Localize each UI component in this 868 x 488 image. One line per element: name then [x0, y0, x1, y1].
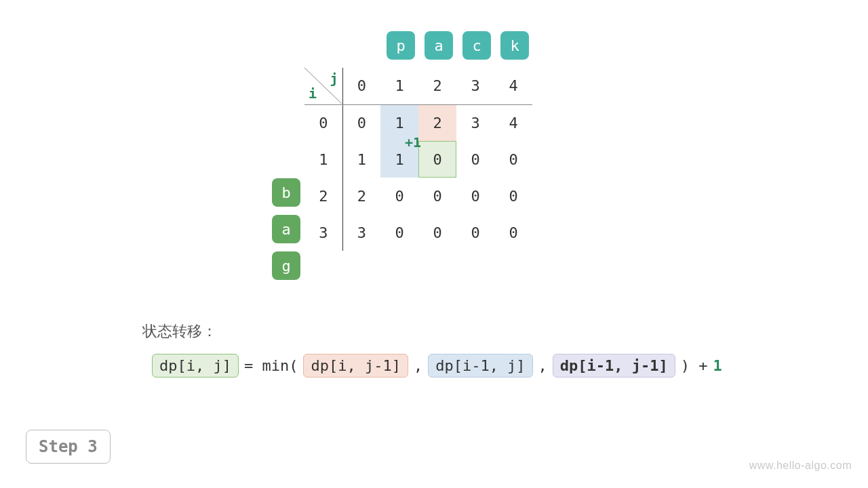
source-char-b: b	[272, 178, 300, 207]
col-header: 3	[456, 68, 494, 104]
dp-cell: 3	[342, 214, 380, 251]
transition-formula: dp[i, j] = min( dp[i, j-1] , dp[i-1, j] …	[152, 354, 722, 378]
step-indicator: Step 3	[26, 430, 111, 464]
table-row: 3 3 0 0 0 0	[304, 214, 532, 251]
dp-cell: 0	[380, 214, 418, 251]
table-row: 2 2 0 0 0 0	[304, 178, 532, 214]
dp-cell: 0	[380, 178, 418, 214]
col-header: 4	[494, 68, 532, 104]
dp-cell: 2	[342, 178, 380, 214]
dp-cell: 0	[494, 141, 532, 178]
section-heading: 状态转移：	[142, 321, 217, 342]
dp-table: i j 0 1 2 3 4 0 0 1 2 3 4 1 1 1 0 0 0 2 …	[304, 68, 532, 251]
formula-term-a: dp[i, j-1]	[303, 354, 408, 378]
source-char-a: a	[272, 215, 300, 243]
watermark: www.hello-algo.com	[749, 460, 852, 472]
target-char-k: k	[500, 31, 529, 60]
dp-cell: 3	[456, 104, 494, 141]
dp-cell: 0	[456, 178, 494, 214]
row-header: 0	[304, 104, 342, 141]
axis-i-label: i	[309, 85, 317, 102]
row-header: 1	[304, 141, 342, 178]
dp-cell: 1	[380, 104, 418, 141]
dp-cell: 0	[494, 178, 532, 214]
header-row: i j 0 1 2 3 4	[304, 68, 532, 104]
target-char-a: a	[425, 31, 453, 60]
table-row: 1 1 1 0 0 0	[304, 141, 532, 178]
formula-term-c: dp[i-1, j-1]	[553, 354, 675, 378]
dp-cell: 0	[418, 214, 456, 251]
dp-cell: 2	[418, 104, 456, 141]
dp-cell: 0	[494, 214, 532, 251]
row-header: 3	[304, 214, 342, 251]
col-header: 0	[342, 68, 380, 104]
dp-cell: 0	[456, 214, 494, 251]
formula-plus-one: 1	[713, 357, 722, 374]
dp-cell: 0	[342, 104, 380, 141]
col-header: 2	[418, 68, 456, 104]
col-header: 1	[380, 68, 418, 104]
axis-j-label: j	[330, 70, 338, 87]
target-char-c: c	[462, 31, 491, 60]
dp-cell: 0	[456, 141, 494, 178]
formula-text: ,	[414, 357, 422, 374]
source-char-g: g	[272, 251, 300, 280]
formula-text: = min(	[244, 357, 298, 374]
dp-cell: 4	[494, 104, 532, 141]
formula-term-b: dp[i-1, j]	[428, 354, 532, 378]
diagram-stage: p a c k b a g +1 i j 0 1 2 3 4 0 0	[0, 0, 868, 488]
target-char-p: p	[387, 31, 415, 60]
formula-text: ,	[538, 357, 547, 374]
dp-cell: 0	[418, 141, 456, 178]
row-header: 2	[304, 178, 342, 214]
dp-cell: 0	[418, 178, 456, 214]
corner-cell: i j	[304, 68, 342, 104]
formula-text: ) +	[681, 357, 708, 374]
dp-cell: 1	[342, 141, 380, 178]
dp-cell: 1	[380, 141, 418, 178]
table-row: 0 0 1 2 3 4	[304, 104, 532, 141]
formula-lhs: dp[i, j]	[152, 354, 239, 378]
